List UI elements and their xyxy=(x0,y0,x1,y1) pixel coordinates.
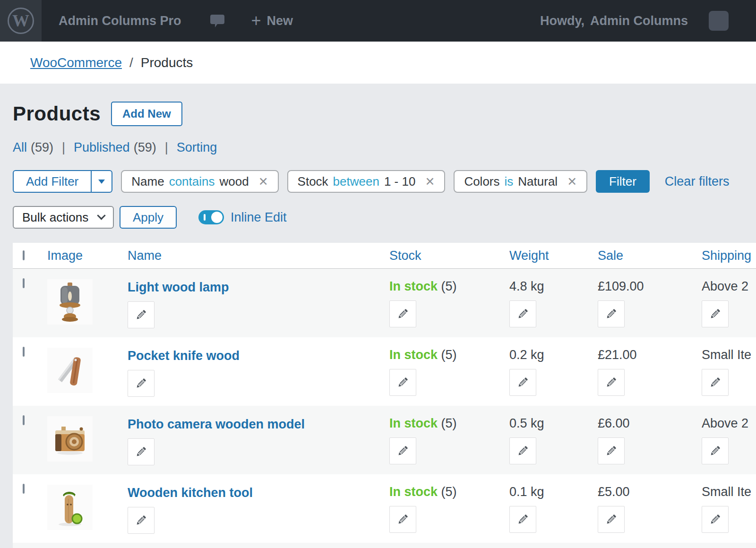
table-row: Wooden kitchen tool In stock (5) xyxy=(13,474,756,543)
filter-chip-stock[interactable]: Stock between 1 - 10 ✕ xyxy=(287,170,446,193)
edit-name-button[interactable] xyxy=(128,370,155,397)
sale-value: £6.00 xyxy=(598,416,702,431)
add-filter-split-button[interactable]: Add Filter xyxy=(13,170,112,193)
bulk-actions-select[interactable]: Bulk actions xyxy=(13,206,114,229)
view-published-link[interactable]: Published(59) xyxy=(74,140,156,155)
edit-name-button[interactable] xyxy=(128,507,155,534)
column-header-shipping[interactable]: Shipping xyxy=(702,248,756,263)
stock-count: (5) xyxy=(441,279,457,293)
stock-count: (5) xyxy=(441,485,457,499)
sale-cell: £21.00 xyxy=(598,337,702,406)
product-image[interactable] xyxy=(47,416,93,462)
weight-value: 4.8 kg xyxy=(509,279,598,294)
edit-stock-button[interactable] xyxy=(389,300,416,327)
column-header-weight[interactable]: Weight xyxy=(509,248,598,263)
weight-cell: 4.8 kg xyxy=(509,269,598,337)
pencil-icon xyxy=(605,445,618,457)
breadcrumb-current: Products xyxy=(141,55,193,70)
product-image[interactable] xyxy=(47,485,93,530)
chip-value: 1 - 10 xyxy=(384,174,416,189)
page-title: Products xyxy=(13,103,101,125)
site-name-link[interactable]: Admin Columns Pro xyxy=(59,14,181,28)
comments-icon[interactable] xyxy=(210,14,225,28)
row-checkbox[interactable] xyxy=(23,484,25,494)
product-name-link[interactable]: Photo camera wooden model xyxy=(128,417,305,432)
edit-weight-button[interactable] xyxy=(509,437,536,464)
edit-sale-button[interactable] xyxy=(598,369,625,396)
row-checkbox[interactable] xyxy=(23,347,25,357)
column-header-image[interactable]: Image xyxy=(47,248,128,263)
edit-stock-button[interactable] xyxy=(389,506,416,533)
weight-cell: 0.2 kg xyxy=(509,337,598,406)
edit-sale-button[interactable] xyxy=(598,506,625,533)
view-all-link[interactable]: All(59) xyxy=(13,140,53,155)
add-filter-label: Add Filter xyxy=(14,171,91,192)
pencil-icon xyxy=(709,308,722,320)
table-header-row: Image Name Stock Weight Sale Shipping xyxy=(13,243,756,269)
chip-value: Natural xyxy=(518,174,558,189)
breadcrumb-woocommerce-link[interactable]: WooCommerce xyxy=(30,55,122,70)
product-name-link[interactable]: Light wood lamp xyxy=(128,280,229,295)
account-greeting[interactable]: Howdy,Admin Columns xyxy=(540,14,688,28)
inline-edit-toggle[interactable] xyxy=(198,210,224,224)
sale-cell: £6.00 xyxy=(598,406,702,474)
product-image[interactable] xyxy=(47,279,93,325)
avatar[interactable] xyxy=(709,11,729,31)
close-icon[interactable]: ✕ xyxy=(567,175,577,188)
chip-field: Name xyxy=(131,174,164,189)
apply-button[interactable]: Apply xyxy=(120,206,177,229)
name-cell: Light wood lamp xyxy=(128,269,389,337)
weight-value: 0.2 kg xyxy=(509,348,598,362)
edit-weight-button[interactable] xyxy=(509,369,536,396)
clear-filters-link[interactable]: Clear filters xyxy=(665,174,730,189)
wordpress-menu-button[interactable]: W xyxy=(0,0,42,42)
select-all-checkbox[interactable] xyxy=(23,250,25,260)
weight-cell: 0.5 kg xyxy=(509,406,598,474)
column-header-name[interactable]: Name xyxy=(128,248,389,263)
column-header-stock[interactable]: Stock xyxy=(389,248,509,263)
table-body: Light wood lamp In stock (5) xyxy=(13,269,756,543)
row-checkbox[interactable] xyxy=(23,415,25,425)
filter-submit-button[interactable]: Filter xyxy=(596,170,650,193)
edit-name-button[interactable] xyxy=(128,301,155,328)
edit-shipping-button[interactable] xyxy=(702,369,729,396)
pencil-icon xyxy=(135,377,147,390)
product-name-link[interactable]: Pocket knife wood xyxy=(128,349,240,363)
weight-value: 0.5 kg xyxy=(509,416,598,431)
view-sorting-link[interactable]: Sorting xyxy=(177,140,217,155)
pencil-icon xyxy=(135,445,147,458)
edit-sale-button[interactable] xyxy=(598,300,625,327)
edit-weight-button[interactable] xyxy=(509,300,536,327)
image-cell xyxy=(47,337,128,406)
edit-shipping-button[interactable] xyxy=(702,300,729,327)
new-content-button[interactable]: + New xyxy=(251,12,293,29)
filter-chip-name[interactable]: Name contains wood ✕ xyxy=(121,170,278,193)
product-name-link[interactable]: Wooden kitchen tool xyxy=(128,486,253,500)
shipping-cell: Small Ite xyxy=(702,474,756,543)
column-header-sale[interactable]: Sale xyxy=(598,248,702,263)
edit-name-button[interactable] xyxy=(128,438,155,465)
user-name: Admin Columns xyxy=(590,14,688,28)
product-image[interactable] xyxy=(47,348,93,393)
edit-shipping-button[interactable] xyxy=(702,437,729,464)
edit-weight-button[interactable] xyxy=(509,506,536,533)
edit-stock-button[interactable] xyxy=(389,437,416,464)
chip-field: Stock xyxy=(298,174,328,189)
howdy-text: Howdy, xyxy=(540,14,584,28)
name-cell: Photo camera wooden model xyxy=(128,406,389,474)
chip-operator: is xyxy=(505,174,514,189)
row-checkbox[interactable] xyxy=(23,278,25,288)
stock-count: (5) xyxy=(441,348,457,362)
view-all-count: (59) xyxy=(31,140,53,154)
filter-chip-colors[interactable]: Colors is Natural ✕ xyxy=(454,170,587,193)
close-icon[interactable]: ✕ xyxy=(425,175,435,188)
add-filter-dropdown[interactable] xyxy=(91,171,112,192)
pencil-icon xyxy=(396,513,409,526)
close-icon[interactable]: ✕ xyxy=(258,175,268,188)
add-new-button[interactable]: Add New xyxy=(111,102,182,126)
edit-shipping-button[interactable] xyxy=(702,506,729,533)
edit-stock-button[interactable] xyxy=(389,369,416,396)
edit-sale-button[interactable] xyxy=(598,437,625,464)
sale-value: £21.00 xyxy=(598,348,702,362)
inline-edit-label: Inline Edit xyxy=(231,210,287,225)
